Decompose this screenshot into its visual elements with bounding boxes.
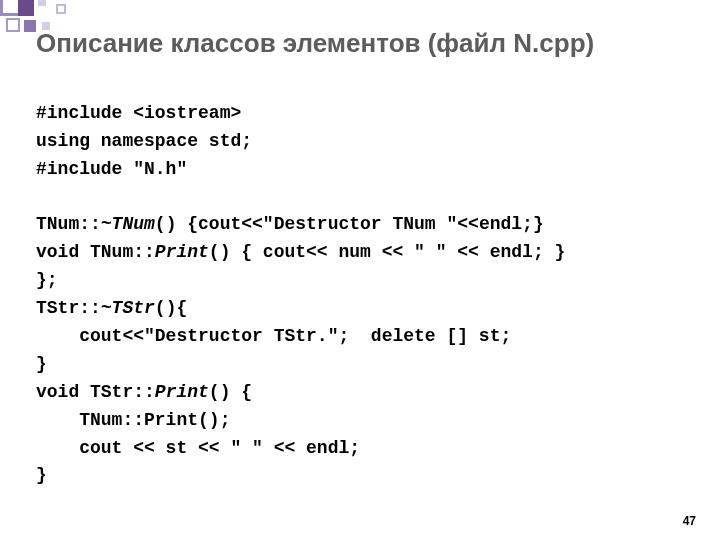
code-line: } <box>36 354 47 374</box>
code-line: using namespace std; <box>36 131 252 151</box>
code-line: TStr::~TStr(){ <box>36 298 187 318</box>
code-line: #include <iostream> <box>36 103 241 123</box>
slide-title: Описание классов элементов (файл N.cpp) <box>36 28 700 59</box>
code-line: cout << st << " " << endl; <box>36 438 360 458</box>
code-block: #include <iostream> using namespace std;… <box>36 72 684 490</box>
code-line: cout<<"Destructor TStr."; delete [] st; <box>36 326 511 346</box>
code-line: TNum::~TNum() {cout<<"Destructor TNum "<… <box>36 214 544 234</box>
code-line: void TNum::Print() { cout<< num << " " <… <box>36 242 565 262</box>
code-line: }; <box>36 270 58 290</box>
code-line: void TStr::Print() { <box>36 382 252 402</box>
code-line: } <box>36 465 47 485</box>
code-line: #include "N.h" <box>36 159 187 179</box>
page-number: 47 <box>683 514 696 528</box>
code-line: TNum::Print(); <box>36 410 230 430</box>
